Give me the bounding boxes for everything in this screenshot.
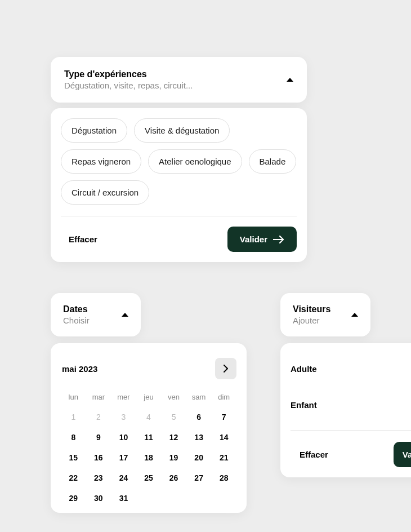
calendar-day[interactable]: 28 <box>211 473 236 482</box>
calendar-day[interactable]: 25 <box>136 473 162 482</box>
experience-chip[interactable]: Balade <box>249 149 297 174</box>
calendar-day[interactable]: 8 <box>61 433 86 442</box>
experience-chip[interactable]: Dégustation <box>61 118 127 143</box>
calendar-day[interactable]: 22 <box>61 473 86 482</box>
arrow-right-icon <box>273 236 284 243</box>
calendar-day: 1 <box>61 413 86 422</box>
calendar-day[interactable]: 13 <box>186 433 212 442</box>
calendar-dow: ven <box>161 393 186 401</box>
calendar-day: 2 <box>86 413 111 422</box>
caret-up-icon <box>287 78 293 82</box>
chevron-right-icon <box>223 364 229 373</box>
calendar-day[interactable]: 26 <box>161 473 186 482</box>
experience-header-text: Type d'expériences Dégustation, visite, … <box>64 69 193 90</box>
dates-header[interactable]: Dates Choisir <box>51 293 141 336</box>
dates-title: Dates <box>63 304 90 314</box>
calendar-day[interactable]: 19 <box>161 453 186 462</box>
calendar-dow: mar <box>86 393 111 401</box>
calendar-day: 4 <box>136 413 162 422</box>
visitors-header-text: Visiteurs Ajouter <box>293 304 330 325</box>
calendar-day[interactable]: 30 <box>86 494 111 503</box>
calendar-day: 3 <box>111 413 136 422</box>
calendar-day[interactable]: 9 <box>86 433 111 442</box>
calendar-grid: lunmarmerjeuvensamdim1234567891011121314… <box>61 393 236 503</box>
calendar-day[interactable]: 21 <box>211 453 236 462</box>
calendar-day[interactable]: 20 <box>186 453 212 462</box>
visitors-header[interactable]: Visiteurs Ajouter <box>280 293 370 336</box>
experience-chip[interactable]: Repas vigneron <box>61 149 141 174</box>
calendar-day[interactable]: 18 <box>136 453 162 462</box>
next-month-button[interactable] <box>215 358 236 379</box>
calendar-day[interactable]: 29 <box>61 494 86 503</box>
calendar-day[interactable]: 14 <box>211 433 236 442</box>
experience-title: Type d'expériences <box>64 69 193 79</box>
validate-button[interactable]: Valider <box>394 442 411 467</box>
caret-up-icon <box>351 313 358 317</box>
visitors-panel: Adulte-Enfant- Effacer Valider <box>280 343 411 477</box>
validate-label: Valider <box>403 450 411 459</box>
calendar-header: mai 2023 <box>61 358 236 379</box>
calendar-day[interactable]: 23 <box>86 473 111 482</box>
calendar-day[interactable]: 10 <box>111 433 136 442</box>
validate-label: Valider <box>240 234 267 244</box>
calendar-month: mai 2023 <box>62 364 97 374</box>
calendar-day[interactable]: 16 <box>86 453 111 462</box>
experience-chip[interactable]: Atelier oenologique <box>148 149 242 174</box>
dates-subtitle: Choisir <box>63 316 90 325</box>
experience-footer: Effacer Valider <box>61 216 297 252</box>
clear-button[interactable]: Effacer <box>61 234 97 244</box>
experience-type-header[interactable]: Type d'expériences Dégustation, visite, … <box>51 57 307 103</box>
calendar-dow: sam <box>186 393 212 401</box>
calendar-day[interactable]: 31 <box>111 494 136 503</box>
experience-chip[interactable]: Visite & dégustation <box>134 118 230 143</box>
calendar-day[interactable]: 7 <box>211 413 236 422</box>
visitors-subtitle: Ajouter <box>293 316 330 325</box>
visitor-row: Enfant- <box>291 394 411 415</box>
calendar-day[interactable]: 27 <box>186 473 212 482</box>
calendar-dow: jeu <box>136 393 162 401</box>
experience-subtitle: Dégustation, visite, repas, circuit... <box>64 81 193 90</box>
calendar-dow: dim <box>211 393 236 401</box>
calendar-day[interactable]: 6 <box>186 413 212 422</box>
calendar-dow: mer <box>111 393 136 401</box>
dates-header-text: Dates Choisir <box>63 304 90 325</box>
calendar-day[interactable]: 24 <box>111 473 136 482</box>
visitors-footer: Effacer Valider <box>291 430 411 467</box>
experience-chip[interactable]: Circuit / excursion <box>61 180 149 205</box>
visitors-title: Visiteurs <box>293 304 330 314</box>
calendar-day: 5 <box>161 413 186 422</box>
experience-chips: DégustationVisite & dégustationRepas vig… <box>61 118 297 205</box>
calendar-panel: mai 2023 lunmarmerjeuvensamdim1234567891… <box>51 343 247 513</box>
visitor-label: Enfant <box>291 400 317 410</box>
clear-button[interactable]: Effacer <box>291 450 328 459</box>
calendar-day[interactable]: 11 <box>136 433 162 442</box>
calendar-day[interactable]: 17 <box>111 453 136 462</box>
visitor-label: Adulte <box>291 364 317 374</box>
calendar-day[interactable]: 15 <box>61 453 86 462</box>
caret-up-icon <box>122 313 128 317</box>
experience-panel: DégustationVisite & dégustationRepas vig… <box>51 108 307 262</box>
calendar-day[interactable]: 12 <box>161 433 186 442</box>
visitor-row: Adulte- <box>291 358 411 379</box>
validate-button[interactable]: Valider <box>227 227 297 252</box>
calendar-dow: lun <box>61 393 86 401</box>
